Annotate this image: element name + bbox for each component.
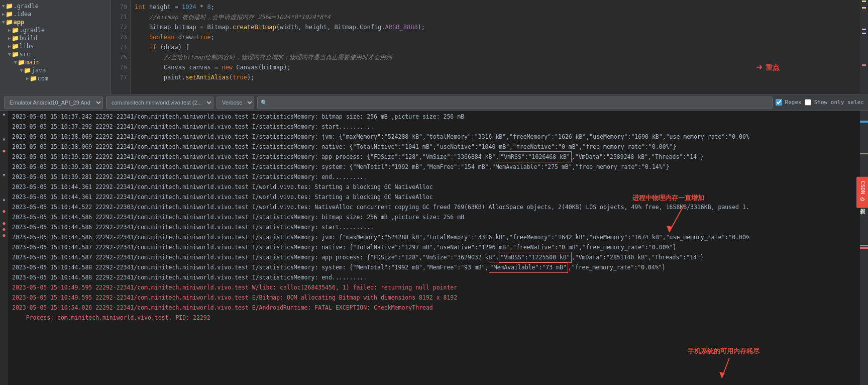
expand-icon: ▶ [8, 44, 11, 49]
log-line: 2023-05-05 15:10:37.242 22292-22341/com.… [8, 112, 860, 122]
scroll-indicators [860, 0, 868, 94]
tree-item-app[interactable]: ▼ 📁 app [0, 18, 110, 26]
tree-item-gradle-root[interactable]: ▼ 📁 .gradle [0, 2, 110, 10]
tree-item-gradle-app[interactable]: ▶ 📁 .gradle [0, 26, 110, 34]
gutter-down-icon-2: ▼ [3, 173, 6, 177]
regex-label: Regex [785, 99, 802, 106]
tree-label: main [25, 59, 40, 66]
expand-icon: ▶ [8, 28, 11, 33]
folder-icon: 📁 [6, 11, 13, 18]
show-only-checkbox[interactable] [805, 99, 811, 106]
folder-icon: 📁 [6, 3, 13, 10]
gutter-up-icon: ▲ [3, 137, 6, 141]
package-select[interactable]: com.minitech.miniworld.vivo.test (2... [106, 97, 213, 109]
tree-item-main[interactable]: ▼ 📁 main [0, 58, 110, 66]
log-line: 2023-05-05 15:10:38.069 22292-22341/com.… [8, 132, 860, 142]
log-line: 2023-05-05 15:10:39.236 22292-22341/com.… [8, 152, 860, 162]
gutter-down-icon: ▼ [3, 113, 6, 117]
tree-label: com [37, 75, 48, 82]
verbose-select[interactable]: Verbose [216, 97, 254, 109]
log-line: 2023-05-05 15:10:44.587 22292-22341/com.… [8, 252, 860, 262]
folder-icon: 📁 [12, 43, 19, 50]
tree-item-idea[interactable]: ▶ 📁 .idea [0, 10, 110, 18]
gutter-error-icon-4: ● [3, 227, 5, 232]
tree-item-java[interactable]: ▼ 📁 java [0, 66, 110, 74]
line-numbers: 70 71 72 73 74 75 76 77 [111, 0, 131, 94]
folder-icon: 📁 [12, 35, 19, 42]
regex-checkbox[interactable] [776, 99, 782, 106]
gutter-error-icon-2: ● [3, 209, 5, 214]
code-line-72: Bitmap bitmap = Bitmap.createBitmap(widt… [135, 22, 856, 32]
log-content: 2023-05-05 15:10:37.242 22292-22341/com.… [8, 111, 860, 385]
log-line: 2023-05-05 15:10:37.292 22292-22341/com.… [8, 122, 860, 132]
log-line: 2023-05-05 15:10:44.586 22292-22341/com.… [8, 232, 860, 242]
folder-icon: 📁 [24, 67, 31, 74]
gutter-error-icon-3: ● [3, 221, 5, 226]
expand-icon: ▼ [14, 60, 17, 65]
tree-item-build[interactable]: ▶ 📁 build [0, 34, 110, 42]
folder-icon: 📁 [12, 27, 19, 34]
expand-icon: ▶ [8, 36, 11, 41]
code-line-71: //bitmap 被创建时，会申请虚拟内存 256m=1024*8*1024*8… [135, 12, 856, 22]
csdn-button[interactable]: CSDN @ 新根 [856, 177, 868, 208]
tree-item-src[interactable]: ▼ 📁 src [0, 50, 110, 58]
tree-label: libs [19, 43, 34, 50]
tree-label: app [13, 19, 24, 26]
search-input[interactable] [257, 97, 773, 109]
expand-icon: ▶ [2, 12, 5, 17]
svg-line-2 [722, 358, 729, 378]
code-line-70: int height = 1024 * 8; [135, 2, 856, 12]
tree-label: .idea [13, 11, 31, 18]
log-line: 2023-05-05 15:10:38.069 22292-22341/com.… [8, 142, 860, 152]
annotation-system-label: 手机系统的可用内存耗尽 [688, 347, 759, 356]
tree-item-com[interactable]: ▶ 📁 com [0, 74, 110, 82]
log-line: 2023-05-05 15:10:44.522 22292-22303/com.… [8, 202, 860, 212]
log-line-error: 2023-05-05 15:10:54.026 22292-22341/com.… [8, 303, 860, 313]
log-line: 2023-05-05 15:10:44.361 22292-22341/com.… [8, 192, 860, 202]
folder-icon: 📁 [18, 59, 25, 66]
tree-label: src [19, 51, 30, 58]
key-point-label: 重点 [766, 62, 780, 72]
code-line-73: boolean draw=true; [135, 32, 856, 42]
expand-icon: ▼ [8, 52, 11, 57]
tree-label: .gradle [13, 3, 39, 10]
log-line-error: 2023-05-05 15:10:49.595 22292-22341/com.… [8, 282, 860, 293]
annotation-system-memory: 手机系统的可用内存耗尽 [688, 347, 759, 383]
gutter-error-icon: ● [3, 148, 5, 153]
log-line: 2023-05-05 15:10:44.586 22292-22341/com.… [8, 222, 860, 232]
tree-label: build [19, 35, 37, 42]
tree-item-libs[interactable]: ▶ 📁 libs [0, 42, 110, 50]
code-lines: int height = 1024 * 8; //bitmap 被创建时，会申请… [131, 0, 860, 94]
logcat-toolbar: Emulator Android10_API_29 And com.minite… [0, 94, 868, 111]
right-arrow-icon: ➜ [756, 62, 763, 72]
logcat-area: ▼ ▲ ● ▼ ▲ ● ● ● ● 2023-05-05 15:10:37.24… [0, 111, 868, 385]
log-line: 2023-05-05 15:10:39.281 22292-22341/com.… [8, 162, 860, 172]
code-line-76: Canvas canvas = new Canvas(bitmap); ➜ 重点 [135, 62, 856, 72]
log-line: 2023-05-05 15:10:44.588 22292-22341/com.… [8, 272, 860, 282]
show-only-label: Show only selec [814, 99, 864, 106]
log-line: 2023-05-05 15:10:44.361 22292-22341/com.… [8, 182, 860, 192]
expand-icon: ▼ [20, 68, 23, 73]
folder-icon: 📁 [30, 75, 37, 82]
log-line: 2023-05-05 15:10:39.281 22292-22341/com.… [8, 172, 860, 182]
file-tree: ▼ 📁 .gradle ▶ 📁 .idea ▼ 📁 app ▶ 📁 .gradl… [0, 0, 111, 94]
folder-icon: 📁 [6, 19, 13, 26]
code-line-75: //当给bitmap绘制内容时，物理内存会增加；物理内存是当真正需要使用时才会用… [135, 52, 856, 62]
logcat-scrollbar[interactable] [860, 111, 868, 385]
expand-icon: ▼ [2, 20, 5, 25]
gutter-error-icon-5: ● [3, 233, 5, 238]
code-line-77: paint.setAntiAlias(true); [135, 72, 856, 82]
log-line-error: 2023-05-05 15:10:49.595 22292-22341/com.… [8, 293, 860, 303]
emulator-select[interactable]: Emulator Android10_API_29 And [4, 97, 103, 109]
code-panel: 70 71 72 73 74 75 76 77 int height = 102… [111, 0, 860, 94]
tree-label: java [31, 67, 46, 74]
gutter-up-icon-2: ▲ [3, 197, 6, 202]
code-line-74: if (draw) { [135, 42, 856, 52]
folder-icon: 📁 [12, 51, 19, 58]
svg-marker-3 [719, 372, 725, 378]
log-line: 2023-05-05 15:10:44.588 22292-22341/com.… [8, 262, 860, 272]
expand-icon: ▼ [2, 4, 5, 9]
tree-label: .gradle [19, 27, 45, 34]
log-line: 2023-05-05 15:10:44.587 22292-22341/com.… [8, 242, 860, 252]
log-line-error: Process: com.minitech.miniworld.vivo.tes… [8, 313, 860, 323]
